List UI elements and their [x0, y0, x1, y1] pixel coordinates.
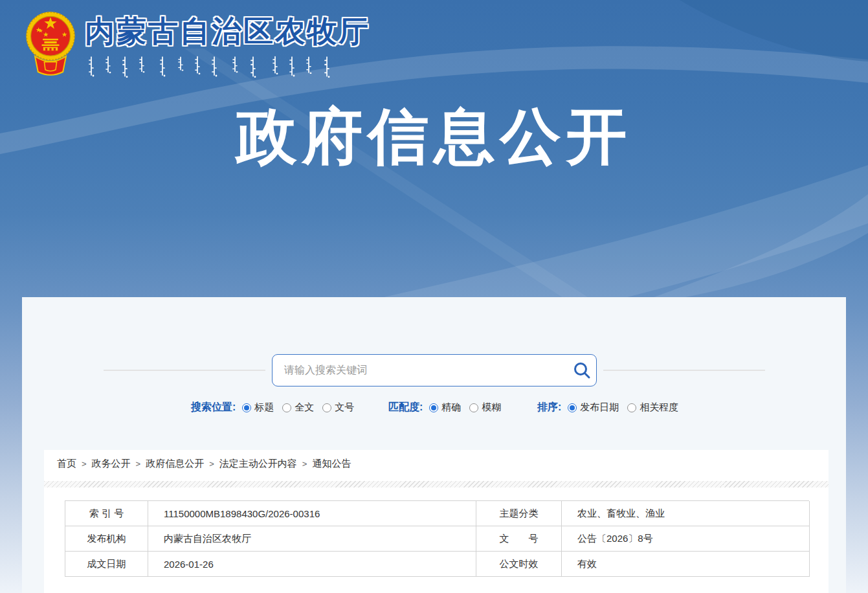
info-value-doc-number: 公告〔2026〕8号 [562, 526, 810, 552]
filter-label: 搜索位置: [191, 401, 236, 414]
radio-icon[interactable] [242, 403, 251, 412]
search-input[interactable] [273, 355, 568, 386]
radio-option-relevance[interactable]: 相关程度 [627, 401, 678, 414]
info-value-index-number: 11150000MB1898430G/2026-00316 [148, 501, 476, 526]
info-value-written-date: 2026-01-26 [148, 552, 476, 577]
breadcrumb-separator: > [302, 459, 307, 469]
info-value-topic-category: 农业、畜牧业、渔业 [562, 501, 810, 526]
breadcrumb-separator: > [209, 459, 214, 469]
radio-option-exact[interactable]: 精确 [429, 401, 461, 414]
info-label-doc-number: 文 号 [476, 526, 562, 552]
info-label-topic-category: 主题分类 [476, 501, 562, 526]
divider-line-right [603, 370, 765, 371]
info-label-written-date: 成文日期 [65, 552, 148, 577]
search-filters: 搜索位置: 标题 全文 文号 匹配度: 精确 [22, 401, 846, 419]
document-info-table: 索 引 号 11150000MB1898430G/2026-00316 主题分类… [65, 500, 809, 577]
search-button[interactable] [568, 355, 596, 385]
page: 内蒙古自治区农牧厅 政府信息公开 [0, 0, 868, 593]
filter-group-match-degree: 匹配度: 精确 模糊 [388, 401, 509, 414]
info-label-index-number: 索 引 号 [65, 501, 148, 526]
hatched-divider [44, 481, 829, 487]
breadcrumb-item-home[interactable]: 首页 [57, 458, 76, 470]
radio-option-title[interactable]: 标题 [242, 401, 274, 414]
radio-icon[interactable] [282, 403, 291, 412]
breadcrumb-item-info-disclosure[interactable]: 政府信息公开 [146, 458, 204, 470]
breadcrumb-item-statutory-content[interactable]: 法定主动公开内容 [219, 458, 297, 470]
agency-name: 内蒙古自治区农牧厅 [85, 12, 370, 52]
info-label-validity: 公文时效 [476, 552, 562, 577]
divider-line-left [104, 370, 265, 371]
info-value-validity: 有效 [562, 552, 810, 577]
info-label-issuing-agency: 发布机构 [65, 526, 148, 552]
breadcrumb: 首页 > 政务公开 > 政府信息公开 > 法定主动公开内容 > 通知公告 [44, 450, 829, 477]
content-box: 首页 > 政务公开 > 政府信息公开 > 法定主动公开内容 > 通知公告 索 引… [44, 450, 829, 593]
radio-option-fuzzy[interactable]: 模糊 [469, 401, 501, 414]
breadcrumb-separator: > [82, 459, 87, 469]
radio-option-publish-date[interactable]: 发布日期 [568, 401, 619, 414]
breadcrumb-item-government-affairs[interactable]: 政务公开 [92, 458, 131, 470]
radio-icon[interactable] [429, 403, 438, 412]
radio-option-fulltext[interactable]: 全文 [282, 401, 314, 414]
search-box [272, 354, 597, 386]
main-panel: 搜索位置: 标题 全文 文号 匹配度: 精确 [22, 297, 846, 593]
filter-label: 匹配度: [388, 401, 423, 414]
radio-icon[interactable] [469, 403, 478, 412]
radio-icon[interactable] [568, 403, 577, 412]
radio-option-doc-number[interactable]: 文号 [322, 401, 354, 414]
radio-icon[interactable] [627, 403, 636, 412]
mongolian-script-text [86, 54, 339, 79]
national-emblem-icon [25, 8, 76, 79]
search-icon [572, 361, 592, 380]
breadcrumb-item-notices-current: 通知公告 [312, 458, 351, 470]
info-value-issuing-agency: 内蒙古自治区农牧厅 [148, 526, 476, 552]
radio-icon[interactable] [322, 403, 331, 412]
page-title: 政府信息公开 [0, 96, 868, 178]
filter-group-sort: 排序: 发布日期 相关程度 [537, 401, 687, 414]
filter-group-search-scope: 搜索位置: 标题 全文 文号 [191, 401, 362, 414]
filter-label: 排序: [537, 401, 561, 414]
breadcrumb-separator: > [136, 459, 141, 469]
